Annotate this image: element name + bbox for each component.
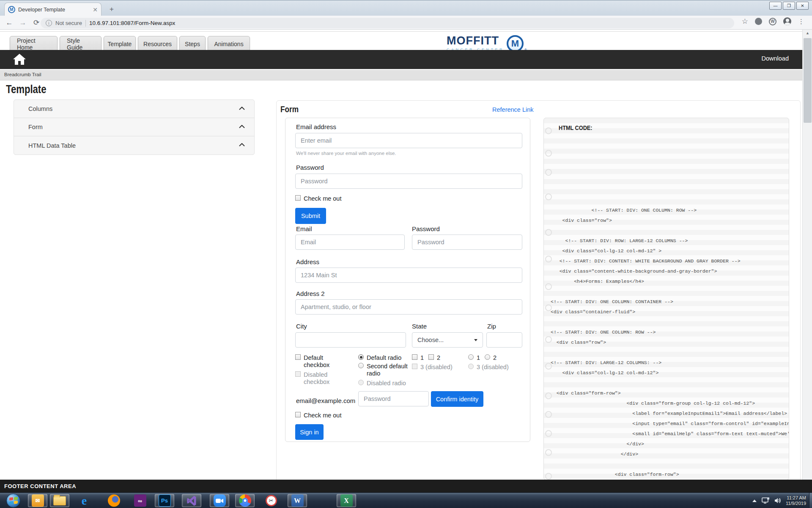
default-radio[interactable]: Default radio	[358, 354, 409, 362]
inline-radio-1[interactable]: 1	[468, 354, 480, 362]
address2-label: Address 2	[296, 290, 325, 297]
confirm-identity-button[interactable]: Confirm identity	[431, 391, 483, 407]
start-button[interactable]	[3, 494, 23, 507]
email2-label: Email	[296, 225, 312, 232]
forward-icon[interactable]: →	[18, 18, 28, 28]
default-checkbox[interactable]: Default checkbox	[295, 354, 335, 369]
tab-close-icon[interactable]: ✕	[93, 7, 98, 13]
radio-icon[interactable]	[468, 354, 474, 360]
checkbox-icon[interactable]	[412, 354, 417, 360]
taskbar-clock[interactable]: 11:27 AM 11/9/2019	[786, 495, 806, 506]
radio-icon[interactable]	[358, 354, 364, 360]
close-button[interactable]: ✕	[796, 2, 809, 10]
password2-input[interactable]	[412, 235, 522, 250]
profile-avatar[interactable]	[783, 17, 791, 25]
password-input[interactable]	[295, 174, 522, 189]
url-text[interactable]: 10.6.97.101:8087/Form-New.aspx	[89, 20, 175, 26]
state-select[interactable]: Choose...	[412, 332, 483, 348]
city-input[interactable]	[295, 332, 406, 348]
radio-icon[interactable]	[485, 354, 490, 360]
accordion-item-html-data-table[interactable]: HTML Data Table	[14, 136, 254, 155]
identity-password-input[interactable]	[358, 391, 429, 406]
home-icon[interactable]	[13, 53, 26, 65]
toolbar-right: ☆ W ⋮	[742, 17, 804, 26]
back-icon[interactable]: ←	[4, 18, 14, 28]
email2-input[interactable]	[295, 235, 405, 250]
taskbar-video-button[interactable]	[210, 494, 229, 507]
checkbox-icon[interactable]	[295, 412, 301, 417]
html-code-panel: HTML CODE: <!-- START: DIV: ONE COLUMN: …	[543, 118, 789, 480]
extension-icon[interactable]	[755, 18, 762, 25]
address-bar[interactable]: i Not secure 10.6.97.101:8087/Form-New.a…	[41, 18, 734, 28]
checkbox-icon[interactable]	[295, 195, 301, 201]
taskbar-ie-button[interactable]: e	[74, 494, 94, 507]
system-tray: 11:27 AM 11/9/2019	[752, 493, 806, 508]
reference-link[interactable]: Reference Link	[492, 106, 534, 113]
accordion-item-form[interactable]: Form	[14, 118, 254, 136]
internet-explorer-icon: e	[82, 495, 87, 507]
taskbar-word-button[interactable]: W	[288, 494, 307, 507]
windows-start-icon	[6, 494, 20, 508]
inline-checkbox-2[interactable]: 2	[428, 354, 440, 362]
zip-label: Zip	[487, 323, 496, 330]
taskbar-vs2019-button[interactable]	[182, 494, 201, 507]
scrollbar-thumb[interactable]	[804, 38, 812, 123]
check-me-out-checkbox-2[interactable]: Check me out	[295, 412, 341, 419]
browser-tab[interactable]: M Developer Template ✕	[4, 3, 102, 16]
outlook-icon: ✉	[32, 494, 44, 507]
taskbar-excel-button[interactable]: X	[337, 494, 356, 507]
email-input[interactable]	[295, 133, 522, 148]
form-section-card: Form Reference Link Email address We'll …	[276, 100, 801, 508]
site-nav-bar: Project Home Style Guide Template Resour…	[0, 31, 802, 52]
code-block: <!-- START: DIV: ONE COLUMN: ROW --> <di…	[551, 205, 789, 480]
screen: M Developer Template ✕ + — ❐ ✕ ← → ⟳ i N…	[0, 0, 812, 508]
address-input[interactable]	[295, 268, 522, 283]
taskbar-photoshop-button[interactable]: Ps	[155, 494, 174, 507]
taskbar-snipping-button[interactable]: ✂	[261, 494, 281, 507]
extension-w-icon[interactable]: W	[769, 18, 776, 25]
omnibox-divider	[85, 20, 86, 27]
second-default-radio[interactable]: Second default radio	[358, 363, 408, 377]
info-icon[interactable]: i	[46, 20, 52, 26]
page-viewport: Project Home Style Guide Template Resour…	[0, 30, 802, 480]
taskbar-vs2015-button[interactable]: ∞	[130, 494, 150, 507]
refresh-icon[interactable]: ⟳	[31, 18, 41, 28]
address2-input[interactable]	[295, 299, 522, 315]
chevron-up-icon	[239, 143, 245, 146]
checkbox-icon[interactable]	[295, 354, 301, 360]
radio-icon[interactable]	[358, 363, 364, 368]
network-icon[interactable]	[761, 497, 770, 504]
show-desktop-button[interactable]	[809, 493, 812, 508]
moffitt-logo: MOFFITT CANCER CENTER M ®	[447, 35, 527, 52]
chrome-menu-icon[interactable]: ⋮	[798, 18, 804, 25]
taskbar-outlook-button[interactable]: ✉	[28, 494, 47, 507]
scroll-up-icon[interactable]: ▲	[803, 30, 812, 37]
tray-expand-icon[interactable]	[752, 500, 757, 502]
new-tab-button[interactable]: +	[107, 5, 117, 14]
checkbox-label: 1	[420, 354, 424, 362]
not-secure-label: Not secure	[55, 20, 82, 26]
accordion-item-columns[interactable]: Columns	[14, 100, 254, 118]
inline-checkbox-1[interactable]: 1	[412, 354, 424, 362]
folder-icon	[53, 496, 66, 505]
check-me-out-checkbox[interactable]: Check me out	[295, 195, 341, 202]
taskbar-explorer-button[interactable]	[50, 494, 69, 507]
code-panel-title: HTML CODE:	[559, 124, 600, 132]
minimize-button[interactable]: —	[769, 2, 782, 10]
gutter-circle-icon	[545, 169, 552, 176]
inline-radio-2[interactable]: 2	[485, 354, 497, 362]
accordion-label: Columns	[28, 105, 52, 112]
zip-input[interactable]	[486, 332, 522, 348]
radio-icon	[358, 380, 364, 385]
page-scrollbar[interactable]: ▲ ▼	[802, 30, 812, 492]
restore-button[interactable]: ❐	[783, 2, 795, 10]
sign-in-button[interactable]: Sign in	[295, 424, 324, 440]
checkbox-icon[interactable]	[428, 354, 434, 360]
bookmark-star-icon[interactable]: ☆	[742, 17, 748, 26]
submit-button[interactable]: Submit	[295, 208, 326, 224]
taskbar-firefox-button[interactable]	[104, 494, 123, 507]
taskbar-chrome-button[interactable]	[235, 494, 255, 507]
chevron-down-icon	[474, 339, 477, 341]
download-link[interactable]: Download	[762, 55, 789, 62]
speaker-icon[interactable]	[774, 497, 781, 504]
